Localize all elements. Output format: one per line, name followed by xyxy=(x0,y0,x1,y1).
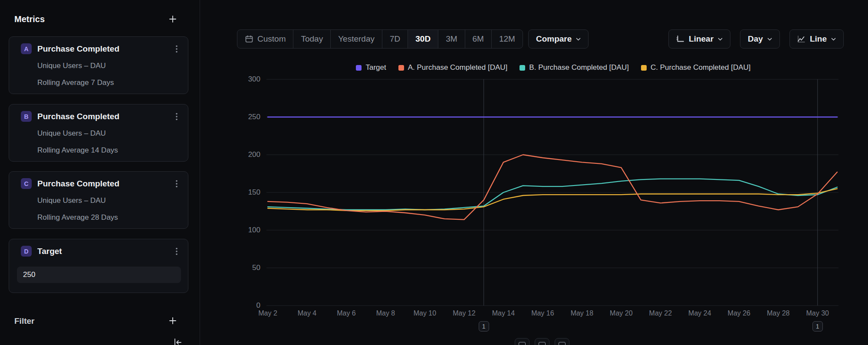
date-range-toolbar: Custom Today Yesterday 7D 30D 3M 6M 12M … xyxy=(237,29,589,49)
x-axis-label: May 16 xyxy=(531,309,554,317)
compare-label: Compare xyxy=(536,34,572,44)
chart-legend: TargetA. Purchase Completed [DAU]B. Purc… xyxy=(265,63,842,72)
legend-swatch xyxy=(519,65,525,71)
metric-menu-button[interactable] xyxy=(174,112,179,121)
legend-swatch xyxy=(356,65,362,71)
metric-transform: Rolling Average 28 Days xyxy=(37,213,188,222)
y-axis-label: 300 xyxy=(248,75,260,84)
range-6m[interactable]: 6M xyxy=(465,30,491,48)
collapse-sidebar-button[interactable] xyxy=(173,337,183,345)
calendar-icon xyxy=(245,35,253,43)
line-chart-icon xyxy=(797,35,806,43)
x-axis-label: May 22 xyxy=(649,309,672,317)
range-today[interactable]: Today xyxy=(293,30,330,48)
x-axis-labels: May 2May 4May 6May 8May 10May 12May 14Ma… xyxy=(265,309,846,319)
metric-card-head: B Purchase Completed xyxy=(9,104,188,122)
x-axis-label: May 18 xyxy=(571,309,593,317)
chart-type-label: Line xyxy=(810,34,827,44)
y-axis-label: 200 xyxy=(248,150,260,159)
range-label: 30D xyxy=(415,34,431,44)
app-root: { "sidebar": { "title": "Metrics", "metr… xyxy=(0,0,868,345)
view-option-button-1[interactable] xyxy=(515,338,529,345)
target-badge: D xyxy=(21,246,32,257)
metric-breakdown: Unique Users – DAU xyxy=(37,196,188,205)
legend-item[interactable]: B. Purchase Completed [DAU] xyxy=(519,63,629,72)
x-axis-label: May 10 xyxy=(414,309,436,317)
metric-transform: Rolling Average 14 Days xyxy=(37,146,188,155)
legend-swatch xyxy=(641,65,647,71)
kebab-icon xyxy=(176,180,178,188)
target-value-input[interactable] xyxy=(17,267,181,283)
chevron-down-icon xyxy=(718,38,723,41)
annotation-badge[interactable]: 1 xyxy=(812,321,823,332)
x-axis-label: May 14 xyxy=(492,309,515,317)
x-axis-label: May 30 xyxy=(806,309,829,317)
granularity-selector-button[interactable]: Day xyxy=(740,29,780,49)
range-7d[interactable]: 7D xyxy=(382,30,408,48)
legend-label: A. Purchase Completed [DAU] xyxy=(408,63,508,72)
legend-item[interactable]: A. Purchase Completed [DAU] xyxy=(398,63,508,72)
metrics-sidebar: Metrics A Purchase Completed Unique User… xyxy=(0,0,200,345)
metric-card-c[interactable]: C Purchase Completed Unique Users – DAU … xyxy=(9,171,188,229)
range-label: 3M xyxy=(446,34,457,44)
y-axis-labels: 050100150200250300 xyxy=(226,78,260,309)
date-range-segmented-control: Custom Today Yesterday 7D 30D 3M 6M 12M xyxy=(237,29,523,49)
metric-badge: A xyxy=(21,43,32,54)
metric-title: Purchase Completed xyxy=(37,179,119,189)
metric-badge: B xyxy=(21,111,32,122)
metric-badge: C xyxy=(21,178,32,189)
legend-item[interactable]: C. Purchase Completed [DAU] xyxy=(641,63,751,72)
kebab-icon xyxy=(176,45,178,53)
bottom-view-toolbar xyxy=(515,338,569,345)
view-option-button-2[interactable] xyxy=(535,338,549,345)
sidebar-title: Metrics xyxy=(14,14,45,24)
view-option-button-3[interactable] xyxy=(555,338,569,345)
series-line xyxy=(268,189,837,211)
target-card-head: D Target xyxy=(9,239,188,257)
chart-options-toolbar: Linear Day Line xyxy=(668,29,844,49)
metric-menu-button[interactable] xyxy=(174,44,179,54)
chevron-down-icon xyxy=(576,38,581,41)
compare-button[interactable]: Compare xyxy=(528,29,589,49)
metric-card-a[interactable]: A Purchase Completed Unique Users – DAU … xyxy=(9,36,188,94)
range-label: 7D xyxy=(390,34,400,44)
range-custom[interactable]: Custom xyxy=(237,30,293,48)
target-menu-button[interactable] xyxy=(174,247,179,256)
metric-card-b[interactable]: B Purchase Completed Unique Users – DAU … xyxy=(9,104,188,162)
metric-menu-button[interactable] xyxy=(174,179,179,189)
range-30d[interactable]: 30D xyxy=(408,30,438,48)
annotation-badge[interactable]: 1 xyxy=(479,321,489,332)
y-axis-label: 250 xyxy=(248,113,260,121)
scale-selector-button[interactable]: Linear xyxy=(668,29,730,49)
range-label: 12M xyxy=(499,34,515,44)
granularity-label: Day xyxy=(748,34,763,44)
filter-section-label: Filter xyxy=(14,316,34,326)
range-label: Yesterday xyxy=(338,34,375,44)
kebab-icon xyxy=(176,247,178,255)
chart-type-selector-button[interactable]: Line xyxy=(789,29,844,49)
chevron-down-icon xyxy=(831,38,836,41)
legend-swatch xyxy=(398,65,404,71)
x-axis-label: May 4 xyxy=(298,309,317,317)
collapse-left-icon xyxy=(173,337,183,345)
chevron-down-icon xyxy=(767,38,772,41)
range-12m[interactable]: 12M xyxy=(491,30,523,48)
panel-icon xyxy=(559,342,566,345)
chart-canvas[interactable] xyxy=(265,78,846,309)
plus-icon xyxy=(168,15,177,23)
range-3m[interactable]: 3M xyxy=(438,30,464,48)
x-axis-label: May 24 xyxy=(688,309,711,317)
metric-card-head: C Purchase Completed xyxy=(9,172,188,189)
legend-item[interactable]: Target xyxy=(356,63,386,72)
y-axis-label: 100 xyxy=(248,226,260,234)
x-axis-label: May 20 xyxy=(610,309,632,317)
add-metric-button[interactable] xyxy=(168,14,178,24)
target-card[interactable]: D Target xyxy=(9,239,188,293)
range-label: 6M xyxy=(473,34,484,44)
scale-label: Linear xyxy=(689,34,713,44)
range-yesterday[interactable]: Yesterday xyxy=(330,30,382,48)
panel-icon xyxy=(539,342,546,345)
add-filter-button[interactable] xyxy=(168,316,178,326)
y-axis-label: 0 xyxy=(256,301,260,310)
x-axis-label: May 8 xyxy=(376,309,395,317)
